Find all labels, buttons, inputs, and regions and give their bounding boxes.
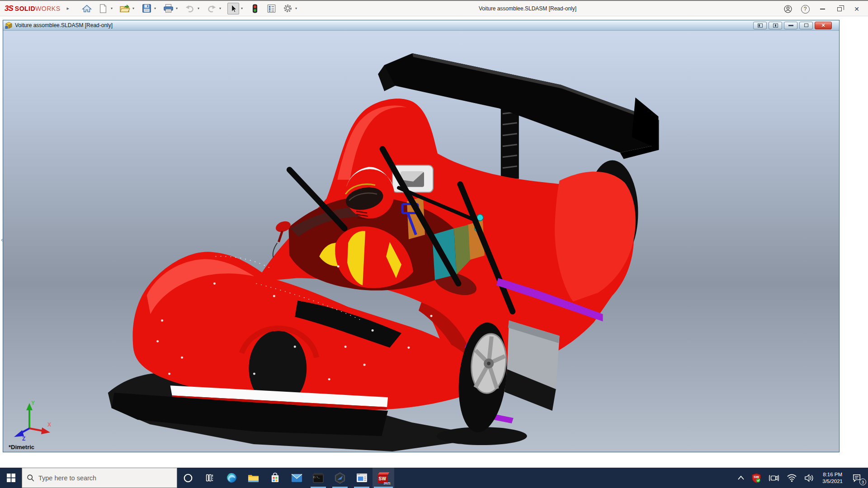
user-icon <box>783 5 793 14</box>
screen: 3S SOLID WORKS ▸ ▾ ▾ <box>0 0 868 488</box>
command-prompt-label: C:\_ <box>313 476 320 479</box>
options-caret-icon[interactable]: ▾ <box>293 6 299 10</box>
print-icon <box>163 4 174 13</box>
redo-button[interactable] <box>206 3 217 14</box>
account-button[interactable] <box>779 2 797 16</box>
edge-button[interactable] <box>221 468 242 488</box>
taskbar-clock[interactable]: 8:16 PM 3/5/2021 <box>820 471 845 485</box>
quick-access-toolbar: ▾ ▾ ▾ ▾ <box>81 3 302 14</box>
search-input[interactable] <box>38 474 151 482</box>
cortana-button[interactable] <box>177 468 199 488</box>
system-tray: SW <box>736 468 868 488</box>
document-window: Voiture assomblee.SLDASM [Read-only] ✕ <box>3 20 840 452</box>
meet-now-camera-icon <box>769 474 779 483</box>
clock-date: 3/5/2021 <box>822 478 843 485</box>
store-button[interactable] <box>264 468 286 488</box>
print-caret-icon[interactable]: ▾ <box>174 6 179 10</box>
tray-solidworks-shield-button[interactable]: SW <box>749 468 764 488</box>
home-button[interactable] <box>81 3 93 14</box>
solidworks-app-icon: SW 2021 <box>377 472 389 484</box>
select-cursor-icon <box>229 4 238 13</box>
mail-icon <box>291 474 302 483</box>
mail-button[interactable] <box>286 468 307 488</box>
solidworks-logo: 3S SOLID WORKS <box>5 4 60 13</box>
help-button[interactable]: ? <box>797 2 814 16</box>
doc-minimize-button[interactable] <box>784 22 797 29</box>
edge-icon <box>226 472 237 483</box>
window-app-button[interactable] <box>351 468 373 488</box>
volume-icon <box>804 474 815 483</box>
notification-badge: 3 <box>859 479 866 485</box>
meet-now-button[interactable] <box>766 468 782 488</box>
restore-button[interactable] <box>831 2 848 16</box>
solidworks-taskbar-button[interactable]: SW 2021 <box>373 468 394 488</box>
new-document-button[interactable] <box>97 3 109 14</box>
document-window-controls: ✕ <box>753 22 837 29</box>
solidworks-logo-mark: 3S <box>5 4 13 13</box>
hexagon-app-button[interactable] <box>329 468 351 488</box>
window-app-icon <box>356 473 368 483</box>
show-split-pane-button[interactable] <box>769 22 782 29</box>
rebuild-traffic-light-icon <box>251 4 259 14</box>
undo-caret-icon[interactable]: ▾ <box>196 6 201 10</box>
select-tool-button[interactable] <box>227 3 239 14</box>
shield-check-icon: SW <box>751 473 761 483</box>
solidworks-letters: SW <box>378 476 386 481</box>
gear-icon <box>283 4 292 13</box>
solidworks-logo-light: WORKS <box>35 5 60 12</box>
undo-button[interactable] <box>184 3 196 14</box>
help-icon: ? <box>801 5 810 14</box>
task-view-button[interactable] <box>199 468 221 488</box>
wifi-button[interactable] <box>784 468 799 488</box>
open-caret-icon[interactable]: ▾ <box>131 6 136 10</box>
redo-caret-icon[interactable]: ▾ <box>217 6 223 10</box>
open-button[interactable] <box>119 3 131 14</box>
select-tool-caret-icon[interactable]: ▾ <box>239 6 245 10</box>
taskbar-search[interactable] <box>22 468 177 488</box>
show-left-pane-button[interactable] <box>753 22 767 29</box>
doc-close-button[interactable]: ✕ <box>815 22 832 29</box>
store-icon <box>270 473 280 483</box>
app-title: Voiture assomblee.SLDASM [Read-only] <box>479 5 576 12</box>
search-icon <box>27 474 34 482</box>
minimize-button[interactable] <box>814 2 831 16</box>
doc-minimize-icon <box>788 25 793 26</box>
save-button[interactable] <box>141 3 152 14</box>
start-button[interactable] <box>0 468 22 488</box>
volume-button[interactable] <box>802 468 817 488</box>
panel-collapse-arrow[interactable]: ‹ <box>1 237 3 243</box>
triad-x-label: X <box>47 422 51 428</box>
tray-expand-button[interactable] <box>736 468 746 488</box>
file-explorer-icon <box>248 473 259 483</box>
new-document-icon <box>99 4 108 14</box>
document-titlebar[interactable]: Voiture assomblee.SLDASM [Read-only] ✕ <box>3 20 839 31</box>
app-titlebar: 3S SOLID WORKS ▸ ▾ ▾ <box>0 0 868 16</box>
orientation-triad: Y X Z <box>11 399 53 441</box>
graphics-viewport[interactable]: Y X Z *Dimetric <box>3 31 839 452</box>
model-canvas[interactable] <box>3 31 839 452</box>
restore-icon <box>837 7 842 11</box>
app-window-controls: ? ✕ <box>779 2 865 16</box>
menu-expander-icon[interactable]: ▸ <box>66 5 69 11</box>
doc-restore-icon <box>804 23 808 27</box>
save-caret-icon[interactable]: ▾ <box>152 6 158 10</box>
print-button[interactable] <box>162 3 174 14</box>
close-button[interactable]: ✕ <box>848 2 865 16</box>
save-icon <box>142 4 151 13</box>
triad-y-label: Y <box>31 400 35 406</box>
action-center-button[interactable]: 3 <box>848 468 865 488</box>
doc-restore-button[interactable] <box>799 22 813 29</box>
file-explorer-button[interactable] <box>242 468 264 488</box>
chevron-up-icon <box>738 476 744 480</box>
file-properties-button[interactable] <box>265 3 277 14</box>
hexagon-app-icon <box>334 472 346 484</box>
undo-icon <box>185 4 195 14</box>
file-properties-icon <box>267 4 276 13</box>
command-prompt-button[interactable]: C:\_ <box>307 468 329 488</box>
new-document-caret-icon[interactable]: ▾ <box>109 6 114 10</box>
rebuild-button[interactable] <box>249 3 261 14</box>
pane-split-icon <box>773 23 778 28</box>
wifi-icon <box>787 474 797 482</box>
document-title: Voiture assomblee.SLDASM [Read-only] <box>15 22 113 28</box>
options-button[interactable] <box>282 3 293 14</box>
